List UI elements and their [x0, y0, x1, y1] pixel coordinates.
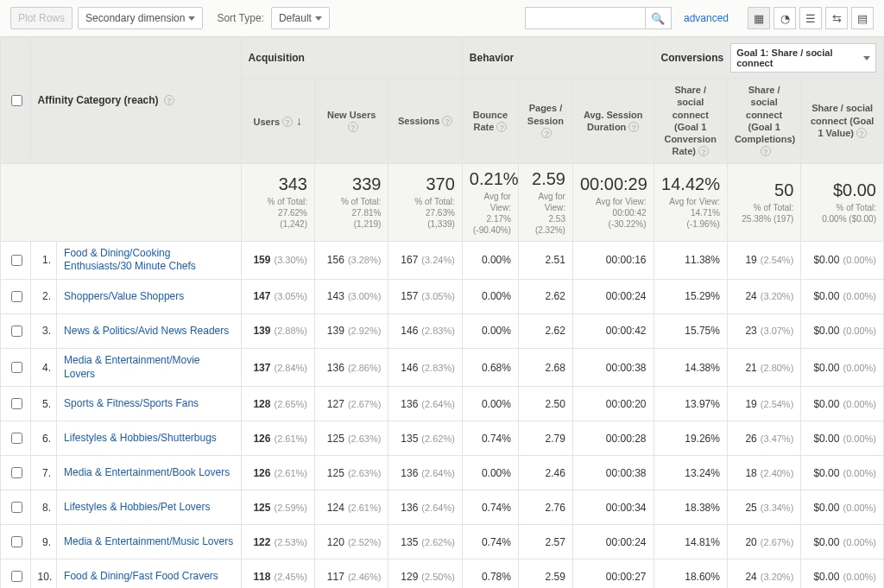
row-g2: 21(2.80%)	[727, 348, 800, 386]
view-performance-button[interactable]: ☰	[799, 7, 822, 29]
row-users: 126(2.61%)	[241, 456, 314, 490]
col-users[interactable]: Users?↓	[241, 79, 314, 164]
secondary-dimension-button[interactable]: Secondary dimension	[78, 7, 203, 29]
row-checkbox[interactable]	[11, 571, 22, 582]
row-index: 10.	[30, 560, 57, 588]
view-comparison-button[interactable]: ⇆	[825, 7, 848, 29]
plot-rows-button[interactable]: Plot Rows	[10, 7, 73, 29]
row-new-users: 143(3.00%)	[315, 279, 388, 313]
acquisition-group: Acquisition	[241, 38, 462, 79]
row-asd: 00:00:27	[572, 560, 654, 588]
search-input[interactable]	[525, 7, 646, 29]
col-asd[interactable]: Avg. Session Duration?	[572, 79, 654, 164]
table-row: 7.Media & Entertainment/Book Lovers126(2…	[1, 456, 884, 490]
col-g3[interactable]: Share / social connect (Goal 1 Value)?	[801, 79, 884, 164]
row-checkbox[interactable]	[11, 467, 22, 478]
help-icon[interactable]: ?	[348, 122, 358, 132]
row-users: 137(2.84%)	[241, 348, 314, 386]
help-icon[interactable]: ?	[496, 122, 507, 132]
row-checkbox[interactable]	[11, 536, 22, 547]
help-icon[interactable]: ?	[442, 116, 452, 126]
row-pps: 2.62	[518, 279, 572, 313]
select-all-checkbox[interactable]	[11, 95, 22, 106]
row-checkbox[interactable]	[11, 291, 22, 302]
row-asd: 00:00:34	[572, 490, 654, 525]
chevron-down-icon	[188, 16, 195, 21]
row-pps: 2.57	[518, 525, 572, 560]
help-icon[interactable]: ?	[282, 117, 293, 127]
row-users: 139(2.88%)	[241, 313, 314, 348]
row-asd: 00:00:38	[572, 348, 654, 386]
goal-selector-label: Goal 1: Share / social connect	[736, 47, 858, 68]
view-table-button[interactable]: ▦	[748, 7, 770, 29]
row-pps: 2.76	[518, 490, 572, 525]
help-icon[interactable]: ?	[541, 128, 552, 138]
row-new-users: 136(2.86%)	[315, 348, 388, 386]
help-icon[interactable]: ?	[761, 146, 771, 156]
row-checkbox[interactable]	[11, 502, 22, 513]
row-new-users: 139(2.92%)	[315, 313, 388, 348]
row-index: 9.	[30, 525, 57, 560]
row-category[interactable]: Food & Dining/Cooking Enthusiasts/30 Min…	[57, 241, 242, 279]
row-checkbox[interactable]	[11, 255, 22, 266]
col-sessions[interactable]: Sessions?	[388, 79, 462, 164]
row-bounce: 0.00%	[462, 313, 518, 348]
col-g1[interactable]: Share / social connect (Goal 1 Conversio…	[654, 79, 727, 164]
row-category[interactable]: Lifestyles & Hobbies/Pet Lovers	[57, 490, 242, 525]
advanced-link[interactable]: advanced	[684, 12, 729, 24]
row-sessions: 157(3.05%)	[388, 279, 462, 313]
sort-type-label: Sort Type:	[217, 12, 263, 24]
row-g3: $0.00(0.00%)	[801, 313, 884, 348]
row-pps: 2.51	[518, 241, 572, 279]
help-icon[interactable]: ?	[164, 95, 174, 105]
row-g1: 19.26%	[654, 421, 727, 456]
table-row: 10.Food & Dining/Fast Food Cravers118(2.…	[1, 560, 884, 588]
help-icon[interactable]: ?	[628, 122, 639, 132]
row-g3: $0.00(0.00%)	[801, 490, 884, 525]
row-category[interactable]: Sports & Fitness/Sports Fans	[57, 387, 242, 421]
view-percentage-button[interactable]: ◔	[774, 7, 796, 29]
row-category[interactable]: Lifestyles & Hobbies/Shutterbugs	[57, 421, 242, 456]
row-checkbox[interactable]	[11, 433, 22, 444]
row-sessions: 135(2.62%)	[388, 421, 462, 456]
row-category[interactable]: Food & Dining/Fast Food Cravers	[57, 560, 242, 588]
dimension-label: Affinity Category (reach)	[38, 94, 159, 106]
row-g1: 15.75%	[654, 313, 727, 348]
view-pivot-button[interactable]: ▤	[851, 7, 874, 29]
sort-type-button[interactable]: Default	[271, 7, 330, 29]
row-category[interactable]: Media & Entertainment/Music Lovers	[57, 525, 242, 560]
table-row: 2.Shoppers/Value Shoppers147(3.05%)143(3…	[1, 279, 884, 313]
sum-users: 343% of Total:27.62%(1,242)	[241, 163, 314, 241]
row-bounce: 0.74%	[462, 490, 518, 525]
summary-row: 343% of Total:27.62%(1,242) 339% of Tota…	[1, 163, 884, 241]
col-pps[interactable]: Pages / Session?	[518, 79, 572, 164]
table-row: 3.News & Politics/Avid News Readers139(2…	[1, 313, 884, 348]
row-sessions: 146(2.83%)	[388, 348, 462, 386]
col-bounce[interactable]: Bounce Rate?	[462, 79, 518, 164]
behavior-group: Behavior	[462, 38, 654, 79]
help-icon[interactable]: ?	[698, 146, 709, 156]
sum-g2: 50% of Total:25.38% (197)	[727, 163, 800, 241]
row-category[interactable]: Shoppers/Value Shoppers	[57, 279, 242, 313]
conversions-label: Conversions	[661, 52, 724, 64]
row-g2: 19(2.54%)	[727, 387, 800, 421]
row-checkbox[interactable]	[11, 362, 22, 373]
toolbar: Plot Rows Secondary dimension Sort Type:…	[0, 0, 884, 37]
col-new-users[interactable]: New Users?	[315, 79, 388, 164]
row-category[interactable]: Media & Entertainment/Movie Lovers	[57, 348, 242, 386]
row-sessions: 136(2.64%)	[388, 456, 462, 490]
row-bounce: 0.00%	[462, 456, 518, 490]
row-pps: 2.79	[518, 421, 572, 456]
row-category[interactable]: News & Politics/Avid News Readers	[57, 313, 242, 348]
row-checkbox[interactable]	[11, 326, 22, 337]
row-category[interactable]: Media & Entertainment/Book Lovers	[57, 456, 242, 490]
col-g2[interactable]: Share / social connect (Goal 1 Completio…	[727, 79, 800, 164]
secondary-dimension-label: Secondary dimension	[85, 12, 185, 24]
pivot-icon: ▤	[857, 12, 868, 25]
row-asd: 00:00:38	[572, 456, 654, 490]
row-checkbox[interactable]	[11, 398, 22, 409]
row-sessions: 167(3.24%)	[388, 241, 462, 279]
help-icon[interactable]: ?	[856, 128, 867, 138]
search-button[interactable]: 🔍	[646, 7, 672, 29]
goal-selector[interactable]: Goal 1: Share / social connect	[730, 43, 876, 73]
